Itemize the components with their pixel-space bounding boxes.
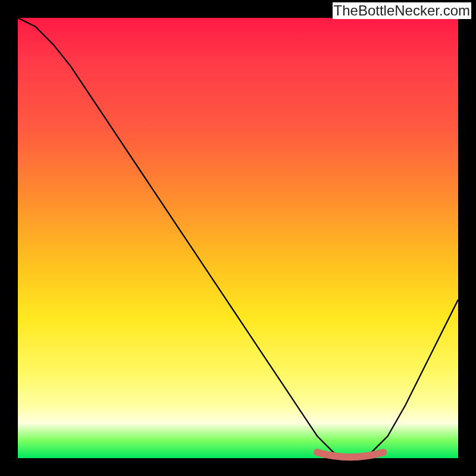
optimal-range-highlight: [317, 452, 383, 457]
bottleneck-curve: [18, 18, 458, 458]
watermark-text: TheBottleNecker.com: [333, 2, 471, 19]
chart-svg: [18, 18, 458, 458]
chart-frame: TheBottleNecker.com: [0, 0, 476, 476]
